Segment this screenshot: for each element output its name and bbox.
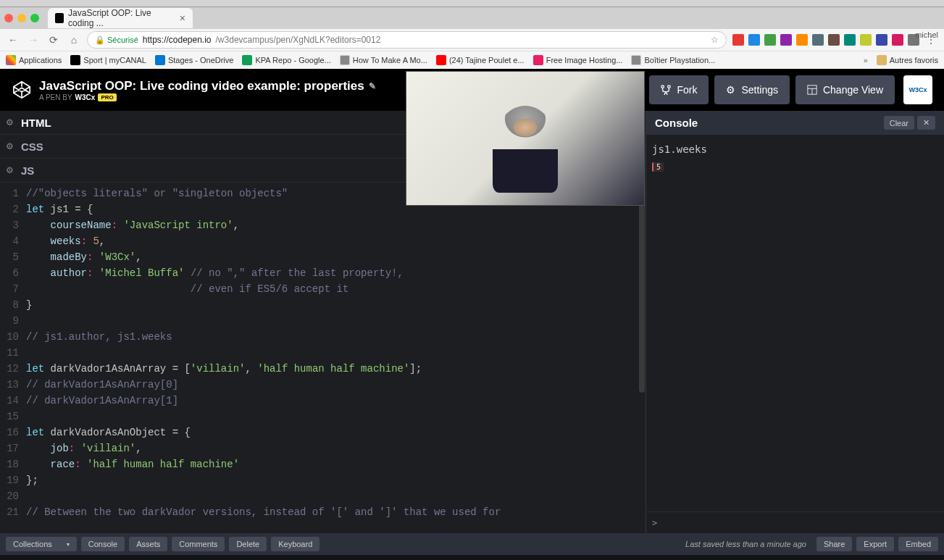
code-line[interactable]: 10// js1.author, js1.weeks — [0, 329, 646, 345]
code-line[interactable]: 4 weeks: 5, — [0, 233, 646, 249]
gear-icon[interactable]: ⚙ — [6, 117, 14, 128]
code-line[interactable]: 16let darkVadorAsAnObject = { — [0, 425, 646, 440]
code-line[interactable]: 19}; — [0, 472, 646, 488]
js-code-editor[interactable]: 1//"objects literals" or "singleton obje… — [0, 183, 646, 533]
console-input-row[interactable]: > — [646, 511, 944, 533]
export-button[interactable]: Export — [856, 537, 894, 551]
extension-icon[interactable] — [748, 34, 760, 46]
change-view-button[interactable]: Change View — [795, 75, 895, 104]
code-line[interactable]: 13// darkVador1AsAnArray[0] — [0, 377, 646, 393]
code-line[interactable]: 5 madeBy: 'W3Cx', — [0, 249, 646, 265]
bookmark-item[interactable]: Applications — [6, 55, 62, 65]
browser-profile[interactable]: michel — [915, 30, 938, 39]
presenter-image — [493, 106, 558, 193]
bookmark-folder[interactable]: Autres favoris — [877, 55, 938, 65]
line-number: 6 — [0, 265, 26, 281]
console-toggle-button[interactable]: Console — [81, 537, 125, 551]
extension-icon[interactable] — [876, 34, 887, 46]
bookmark-item[interactable]: Boîtier Playstation... — [631, 55, 715, 65]
lock-icon: 🔒 Sécurisé — [95, 35, 138, 45]
extension-icon[interactable] — [796, 34, 808, 46]
extension-icon[interactable] — [860, 34, 872, 46]
bookmark-item[interactable]: Stages - OneDrive — [155, 55, 233, 65]
comments-button[interactable]: Comments — [172, 537, 225, 551]
code-line[interactable]: 17 job: 'villain', — [0, 440, 646, 456]
bookmark-icon — [533, 55, 543, 65]
share-button[interactable]: Share — [816, 537, 852, 551]
code-line[interactable]: 15 — [0, 409, 646, 425]
pen-author[interactable]: W3Cx — [75, 93, 96, 101]
code-line[interactable]: 8} — [0, 297, 646, 313]
overflow-chevron-icon[interactable]: » — [864, 56, 868, 64]
line-number: 3 — [0, 217, 26, 233]
maximize-window-button[interactable] — [30, 14, 39, 22]
code-line[interactable]: 9 — [0, 313, 646, 329]
bookmark-icon — [70, 55, 80, 65]
code-line[interactable]: 7 // even if ES5/6 accept it — [0, 281, 646, 297]
console-close-button[interactable]: ✕ — [917, 116, 935, 130]
address-bar[interactable]: 🔒 Sécurisé https://codepen.io/w3devcampu… — [87, 31, 727, 49]
extension-icon[interactable] — [764, 34, 776, 46]
settings-button[interactable]: ⚙Settings — [714, 75, 790, 104]
line-number: 12 — [0, 361, 26, 377]
code-line[interactable]: 12let darkVador1AsAnArray = ['villain', … — [0, 361, 646, 377]
assets-button[interactable]: Assets — [129, 537, 167, 551]
scrollbar-thumb[interactable] — [639, 183, 645, 393]
folder-icon — [877, 55, 887, 65]
line-content: job: 'villain', — [26, 440, 142, 456]
bookmark-star-icon[interactable]: ☆ — [711, 35, 719, 45]
close-tab-icon[interactable]: × — [180, 12, 185, 24]
css-panel-title: CSS — [21, 141, 43, 153]
extension-icon[interactable] — [844, 34, 856, 46]
code-line[interactable]: 3 courseName: 'JavaScript intro', — [0, 217, 646, 233]
line-number: 18 — [0, 456, 26, 472]
gear-icon[interactable]: ⚙ — [6, 141, 14, 151]
extension-icon[interactable] — [812, 34, 824, 46]
line-number: 19 — [0, 472, 26, 488]
browser-tab-active[interactable]: JavaScript OOP: Live coding ... × — [48, 8, 193, 28]
url-host: https://codepen.io — [143, 35, 212, 45]
code-line[interactable]: 6 author: 'Michel Buffa' // no "," after… — [0, 265, 646, 281]
minimize-window-button[interactable] — [17, 14, 26, 22]
line-content: courseName: 'JavaScript intro', — [26, 217, 239, 233]
bookmark-item[interactable]: Free Image Hosting... — [533, 55, 623, 65]
extension-icon[interactable] — [828, 34, 840, 46]
line-number: 15 — [0, 409, 26, 425]
home-button[interactable]: ⌂ — [67, 34, 81, 46]
bookmark-item[interactable]: How To Make A Mo... — [340, 55, 427, 65]
extension-icon[interactable] — [892, 34, 903, 46]
gear-icon[interactable]: ⚙ — [6, 165, 14, 175]
code-line[interactable]: 21// Between the two darkVador versions,… — [0, 504, 646, 520]
code-line[interactable]: 18 race: 'half human half machine' — [0, 456, 646, 472]
bookmark-item[interactable]: KPA Repo - Google... — [242, 55, 330, 65]
reload-button[interactable]: ⟳ — [46, 34, 61, 46]
line-number: 11 — [0, 345, 26, 361]
console-prompt-icon: > — [652, 518, 657, 528]
video-overlay[interactable] — [406, 71, 645, 206]
keyboard-button[interactable]: Keyboard — [271, 537, 319, 551]
extension-icon[interactable] — [732, 34, 744, 46]
close-window-button[interactable] — [4, 14, 13, 22]
edit-title-icon[interactable]: ✎ — [369, 81, 376, 91]
fork-button[interactable]: Fork — [649, 75, 709, 104]
bookmark-icon — [155, 55, 165, 65]
console-result: 5 — [652, 162, 664, 172]
user-avatar[interactable]: W3Cx — [903, 75, 932, 104]
console-clear-button[interactable]: Clear — [884, 116, 914, 130]
code-line[interactable]: 11 — [0, 345, 646, 361]
bookmark-item[interactable]: Sport | myCANAL — [70, 55, 146, 65]
bookmark-icon — [631, 55, 641, 65]
code-line[interactable]: 14// darkVador1AsAnArray[1] — [0, 393, 646, 409]
line-content: // darkVador1AsAnArray[1] — [26, 393, 178, 409]
back-button[interactable]: ← — [6, 34, 20, 46]
scrollbar-track — [638, 183, 646, 533]
codepen-logo-icon[interactable] — [12, 80, 32, 100]
extension-icon[interactable] — [780, 34, 792, 46]
bookmark-item[interactable]: (24) Tajine Poulet e... — [436, 55, 525, 65]
collections-button[interactable]: Collections — [6, 537, 77, 551]
gear-icon: ⚙ — [726, 84, 735, 96]
delete-button[interactable]: Delete — [229, 537, 267, 551]
embed-button[interactable]: Embed — [898, 537, 938, 551]
code-line[interactable]: 20 — [0, 488, 646, 504]
line-number: 17 — [0, 440, 26, 456]
